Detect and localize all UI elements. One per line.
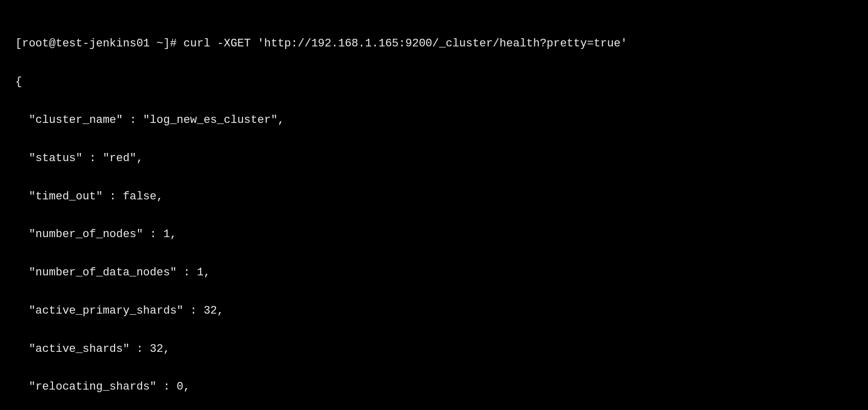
json-field-number-of-nodes: "number_of_nodes" : 1,: [15, 225, 853, 244]
json-field-timed-out: "timed_out" : false,: [15, 187, 853, 206]
json-field-status: "status" : "red",: [15, 149, 853, 168]
command-line: [root@test-jenkins01 ~]# curl -XGET 'htt…: [15, 34, 853, 53]
shell-prompt: [root@test-jenkins01 ~]#: [15, 37, 183, 50]
json-field-number-of-data-nodes: "number_of_data_nodes" : 1,: [15, 263, 853, 282]
json-field-cluster-name: "cluster_name" : "log_new_es_cluster",: [15, 111, 853, 130]
json-field-active-shards: "active_shards" : 32,: [15, 340, 853, 358]
json-open-brace: {: [15, 72, 853, 91]
json-field-relocating-shards: "relocating_shards" : 0,: [15, 377, 853, 396]
curl-command: curl -XGET 'http://192.168.1.165:9200/_c…: [183, 37, 627, 50]
json-field-active-primary-shards: "active_primary_shards" : 32,: [15, 301, 853, 320]
terminal-output[interactable]: [root@test-jenkins01 ~]# curl -XGET 'htt…: [15, 15, 853, 410]
